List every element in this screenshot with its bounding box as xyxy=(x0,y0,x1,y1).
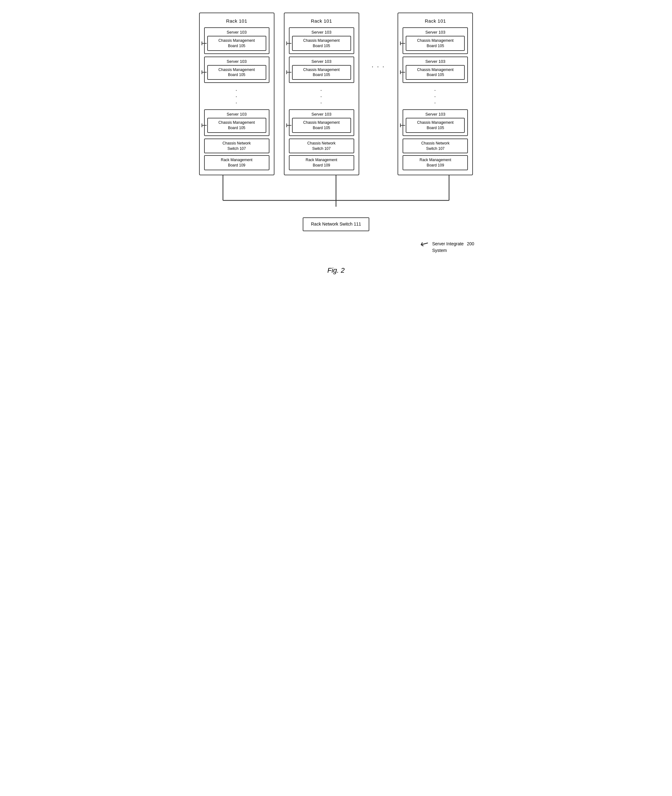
rack-3-cmb-2: Chassis ManagementBoard 105 xyxy=(406,65,465,80)
rack-2-server-2: Server 103 Chassis ManagementBoard 105 xyxy=(289,56,354,83)
rack-2-server-2-label: Server 103 xyxy=(292,59,351,64)
rack-1-server-2: Server 103 Chassis ManagementBoard 105 xyxy=(204,56,269,83)
rack-1-server-2-label: Server 103 xyxy=(207,59,266,64)
connections-container xyxy=(185,175,487,217)
rack-2-dots: ··· xyxy=(320,85,323,107)
server-integrate-area: ↙ Server IntegrateSystem 200 xyxy=(421,240,474,254)
rack-3: Rack 101 Server 103 Chassis ManagementBo… xyxy=(398,13,473,175)
rack-2-server-3: Server 103 Chassis ManagementBoard 105 xyxy=(289,109,354,136)
rack-1-cmb-3: Chassis ManagementBoard 105 xyxy=(207,118,266,133)
curved-arrow-icon: ↙ xyxy=(418,236,432,250)
rack-2-cns: Chassis NetworkSwitch 107 xyxy=(289,139,354,154)
racks-row: Rack 101 Server 103 Chassis ManagementBo… xyxy=(185,13,487,175)
cmb-connector-1-1 xyxy=(202,43,206,44)
rack-2-cmb-2: Chassis ManagementBoard 105 xyxy=(292,65,351,80)
rack-3-cns: Chassis NetworkSwitch 107 xyxy=(403,139,468,154)
rack-1-server-1: Server 103 Chassis ManagementBoard 105 xyxy=(204,27,269,54)
rack-2-rmb: Rack ManagementBoard 109 xyxy=(289,155,354,170)
rack-2-server-1: Server 103 Chassis ManagementBoard 105 xyxy=(289,27,354,54)
cmb-connector-1-3 xyxy=(202,125,206,126)
rack-3-server-3: Server 103 Chassis ManagementBoard 105 xyxy=(403,109,468,136)
rack-network-switch-box: Rack Network Switch 111 xyxy=(303,217,369,231)
rack-1-cmb-2: Chassis ManagementBoard 105 xyxy=(207,65,266,80)
rack-3-server-3-label: Server 103 xyxy=(406,112,465,117)
rack-2-cmb-3: Chassis ManagementBoard 105 xyxy=(292,118,351,133)
rack-1-dots: ··· xyxy=(235,85,238,107)
rack-3-server-1-label: Server 103 xyxy=(406,30,465,35)
server-integrate-number: 200 xyxy=(467,241,474,246)
rack-2-server-1-label: Server 103 xyxy=(292,30,351,35)
lower-section: ↙ Server IntegrateSystem 200 xyxy=(185,240,487,254)
rack-1-server-3-label: Server 103 xyxy=(207,112,266,117)
server-integrate-label: Server IntegrateSystem xyxy=(432,240,464,254)
cmb-connector-3-3 xyxy=(400,125,405,126)
rack-1-cns: Chassis NetworkSwitch 107 xyxy=(204,139,269,154)
cmb-connector-3-2 xyxy=(400,72,405,72)
rack-2-bottom: Chassis NetworkSwitch 107 Rack Managemen… xyxy=(289,139,354,170)
connections-svg xyxy=(185,175,487,216)
rack-3-cmb-1: Chassis ManagementBoard 105 xyxy=(406,36,465,51)
rack-3-server-2: Server 103 Chassis ManagementBoard 105 xyxy=(403,56,468,83)
rack-1-bottom: Chassis NetworkSwitch 107 Rack Managemen… xyxy=(204,139,269,170)
cmb-connector-2-3 xyxy=(286,125,291,126)
rack-3-bottom: Chassis NetworkSwitch 107 Rack Managemen… xyxy=(403,139,468,170)
diagram-wrapper: Rack 101 Server 103 Chassis ManagementBo… xyxy=(185,13,487,275)
si-text-area: Server IntegrateSystem xyxy=(432,240,464,254)
rack-1-server-3: Server 103 Chassis ManagementBoard 105 xyxy=(204,109,269,136)
rack-1-label: Rack 101 xyxy=(226,18,247,24)
si-row: ↙ Server IntegrateSystem 200 xyxy=(421,240,474,254)
cmb-connector-1-2 xyxy=(202,72,206,72)
rack-1-cmb-1: Chassis ManagementBoard 105 xyxy=(207,36,266,51)
rack-network-switch-row: Rack Network Switch 111 xyxy=(185,217,487,231)
rack-3-cmb-3: Chassis ManagementBoard 105 xyxy=(406,118,465,133)
cmb-connector-2-1 xyxy=(286,43,291,44)
cmb-connector-2-2 xyxy=(286,72,291,72)
rack-3-rmb: Rack ManagementBoard 109 xyxy=(403,155,468,170)
cmb-connector-3-1 xyxy=(400,43,405,44)
rack-3-label: Rack 101 xyxy=(425,18,446,24)
rack-1-server-1-label: Server 103 xyxy=(207,30,266,35)
rack-network-switch-label: Rack Network Switch 111 xyxy=(311,221,361,226)
rack-3-server-1: Server 103 Chassis ManagementBoard 105 xyxy=(403,27,468,54)
rack-3-server-2-label: Server 103 xyxy=(406,59,465,64)
rack-1-rmb: Rack ManagementBoard 109 xyxy=(204,155,269,170)
rack-2-cmb-1: Chassis ManagementBoard 105 xyxy=(292,36,351,51)
rack-1: Rack 101 Server 103 Chassis ManagementBo… xyxy=(199,13,274,175)
rack-3-dots: ··· xyxy=(434,85,437,107)
middle-dots: · · · xyxy=(369,13,389,70)
rack-2-server-3-label: Server 103 xyxy=(292,112,351,117)
fig-caption: Fig. 2 xyxy=(327,266,344,275)
rack-2-label: Rack 101 xyxy=(311,18,332,24)
rack-2: Rack 101 Server 103 Chassis ManagementBo… xyxy=(284,13,359,175)
